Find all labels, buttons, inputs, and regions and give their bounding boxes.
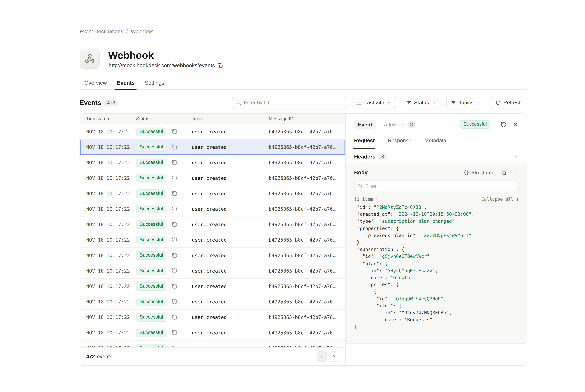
filter-by-id-search[interactable] [232,97,346,108]
table-row[interactable]: NOV 18 10:17:22 Successful user.created … [80,279,345,294]
row-message-id: b4925365-b8cf-42b7-a76… [269,190,345,196]
table-row[interactable]: NOV 18 10:17:22 Successful user.created … [80,310,345,325]
refresh-button[interactable]: Refresh [491,97,526,108]
collapse-all-link[interactable]: Collapse all ↑ [482,196,519,202]
webhook-app-icon [80,49,100,69]
status-badge: Successful [136,236,166,244]
toolbar: Last 24h Status Topics [232,97,526,108]
table-row[interactable]: NOV 18 10:17:22 Successful user.created … [80,202,345,217]
breadcrumb-webhook[interactable]: Webhook [131,29,153,34]
time-range-button[interactable]: Last 24h [352,97,396,108]
body-filter-input[interactable] [365,183,515,189]
next-page-button[interactable] [329,352,339,362]
row-timestamp: NOV 18 10:17:22 [80,268,136,274]
close-panel-button[interactable] [512,121,519,128]
row-message-id: b4925365-b8cf-42b7-a76… [269,129,345,134]
retry-icon[interactable] [172,160,178,166]
tab-metadata[interactable]: Metadata [424,138,446,149]
search-input[interactable] [244,100,342,106]
close-icon [513,122,518,127]
chevron-left-icon [319,354,324,359]
table-row[interactable]: NOV 18 10:17:22 Successful user.created … [80,248,345,263]
retry-icon[interactable] [172,330,178,336]
breadcrumb-event-destinations[interactable]: Event Destinations [80,29,123,34]
tab-request[interactable]: Request [354,138,375,149]
retry-icon[interactable] [172,222,178,228]
copy-url-icon[interactable] [218,63,223,68]
body-filter-box[interactable] [354,180,519,192]
table-row[interactable]: NOV 18 10:17:22 Successful user.created … [80,155,345,170]
row-topic: user.created [192,175,269,181]
table-row[interactable]: NOV 18 10:17:22 Successful user.created … [80,232,345,248]
chevron-up-icon [513,170,518,175]
panel-header: Event Attempts 3 Successful [346,114,526,138]
copy-body-button[interactable] [500,169,507,176]
row-status: Successful [136,143,192,151]
retry-icon[interactable] [172,175,178,181]
detail-tabs: Request Response Metadata [346,138,526,149]
table-row[interactable]: NOV 18 10:17:22 Successful user.created … [80,140,345,155]
retry-icon[interactable] [172,190,178,196]
row-topic: user.created [192,252,269,258]
table-row[interactable]: NOV 18 10:17:22 Successful user.created … [80,294,345,310]
row-status: Successful [136,282,192,290]
retry-icon[interactable] [172,299,178,305]
json-body-viewer[interactable]: "id": "P2NoRtyZoTc46X3B", "created_at": … [354,204,519,330]
row-topic: user.created [192,160,269,166]
tab-overview[interactable]: Overview [80,77,112,89]
table-row[interactable]: NOV 18 10:17:22 Successful user.created … [80,124,345,140]
refresh-label: Refresh [503,100,522,106]
chevron-right-icon [332,354,336,359]
status-filter-button[interactable]: Status [402,97,440,108]
row-topic: user.created [192,222,269,228]
row-topic: user.created [192,299,269,305]
retry-icon[interactable] [172,129,178,134]
row-timestamp: NOV 18 10:17:22 [80,222,136,228]
retry-icon[interactable] [172,314,178,320]
json-line: "type": "subscription.plan_changed", [354,218,519,225]
row-timestamp: NOV 18 10:17:22 [80,345,136,347]
row-status: Successful [136,220,192,229]
attempts-view-tab[interactable]: Attempts 3 [384,121,416,128]
status-badge: Successful [136,282,166,290]
row-status: Successful [136,128,192,136]
events-card: Timestamp Status Topic Message ID NOV 18… [80,113,526,366]
chevron-down-icon[interactable] [514,154,519,159]
retry-icon[interactable] [172,283,178,289]
event-view-tab[interactable]: Event [354,120,376,130]
json-item-count[interactable]: {1 item ↑ [354,196,378,202]
row-timestamp: NOV 18 10:17:22 [80,160,136,166]
retry-icon[interactable] [172,237,178,243]
row-status: Successful [136,236,192,244]
retry-icon[interactable] [172,268,178,274]
retry-event-button[interactable] [500,121,507,128]
headers-section[interactable]: Headers 3 [346,149,526,164]
table-row[interactable]: NOV 18 10:17:22 Successful user.created … [80,170,345,186]
status-badge: Successful [136,251,166,260]
col-status: Status [136,116,192,121]
col-message-id: Message ID [269,116,345,121]
json-line: "id": "5HycQYuqK3eF5a2v", [354,267,519,274]
status-badge: Successful [136,344,166,347]
tab-settings[interactable]: Settings [140,77,169,89]
structured-toggle[interactable]: {} Structured [464,170,494,175]
topics-filter-button[interactable]: Topics [446,97,485,108]
table-row[interactable]: NOV 18 10:17:22 Successful user.created … [80,340,345,347]
retry-icon[interactable] [172,345,178,347]
retry-icon[interactable] [172,252,178,258]
retry-icon[interactable] [172,144,178,150]
topics-filter-label: Topics [459,100,474,106]
tab-events[interactable]: Events [112,77,140,89]
table-row[interactable]: NOV 18 10:17:22 Successful user.created … [80,263,345,279]
tab-response[interactable]: Response [388,138,411,149]
prev-page-button[interactable] [316,352,327,362]
row-status: Successful [136,251,192,260]
collapse-body-button[interactable] [512,169,519,176]
time-range-label: Last 24h [364,100,384,106]
row-message-id: b4925365-b8cf-42b7-a76… [269,252,345,258]
retry-icon[interactable] [172,206,178,212]
table-row[interactable]: NOV 18 10:17:22 Successful user.created … [80,325,345,340]
status-badge: Successful [136,205,166,213]
table-row[interactable]: NOV 18 10:17:22 Successful user.created … [80,186,345,202]
table-row[interactable]: NOV 18 10:17:22 Successful user.created … [80,217,345,232]
